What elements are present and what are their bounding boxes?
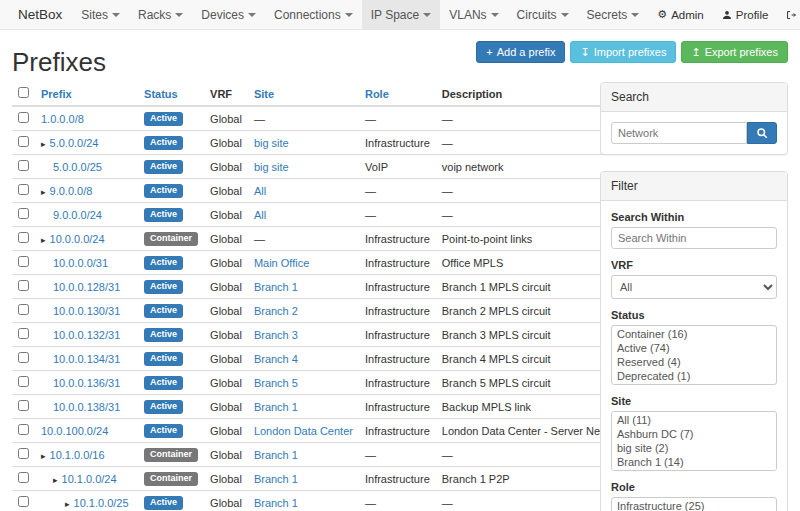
row-checkbox[interactable] (18, 496, 29, 507)
site-link[interactable]: big site (254, 161, 289, 173)
nav-item-vlans[interactable]: VLANs (440, 0, 507, 29)
row-checkbox[interactable] (18, 280, 29, 291)
vrf-cell: Global (204, 179, 248, 203)
page-actions: +Add a prefix↧Import prefixes↥Export pre… (476, 39, 788, 63)
row-select-cell (12, 155, 35, 179)
prefix-link[interactable]: 9.0.0.0/24 (53, 209, 102, 221)
site-link[interactable]: Branch 2 (254, 305, 298, 317)
add-a-prefix-button[interactable]: +Add a prefix (476, 41, 565, 63)
prefix-link[interactable]: 9.0.0.0/8 (50, 185, 93, 197)
prefix-link[interactable]: 10.1.0.0/16 (50, 449, 105, 461)
nav-item-circuits[interactable]: Circuits (508, 0, 578, 29)
row-checkbox[interactable] (18, 376, 29, 387)
site-link[interactable]: Branch 3 (254, 329, 298, 341)
column-header-site[interactable]: Site (248, 82, 359, 106)
import-prefixes-button[interactable]: ↧Import prefixes (570, 41, 676, 63)
row-checkbox[interactable] (18, 352, 29, 363)
site-link[interactable]: Branch 1 (254, 449, 298, 461)
filter-multiselect-site[interactable]: All (11)Ashburn DC (7)big site (2)Branch… (611, 411, 777, 471)
prefix-link[interactable]: 10.0.0.130/31 (53, 305, 120, 317)
site-link[interactable]: Branch 4 (254, 353, 298, 365)
row-checkbox[interactable] (18, 328, 29, 339)
column-header-role[interactable]: Role (359, 82, 436, 106)
row-checkbox[interactable] (18, 136, 29, 147)
prefix-link[interactable]: 5.0.0.0/24 (50, 137, 99, 149)
expand-arrow-icon[interactable]: ▸ (53, 475, 58, 485)
utility-admin[interactable]: ⚙Admin (648, 0, 712, 29)
prefix-row: 10.0.0.136/31ActiveGlobalBranch 5Infrast… (12, 371, 632, 395)
prefix-link[interactable]: 10.0.0.138/31 (53, 401, 120, 413)
nav-item-ip-space[interactable]: IP Space (362, 0, 440, 29)
row-checkbox[interactable] (18, 160, 29, 171)
row-checkbox[interactable] (18, 304, 29, 315)
nav-item-racks[interactable]: Racks (129, 0, 192, 29)
expand-arrow-icon[interactable]: ▸ (41, 451, 46, 461)
site-link[interactable]: Branch 1 (254, 497, 298, 509)
nav-item-label: VLANs (449, 8, 486, 22)
row-checkbox[interactable] (18, 184, 29, 195)
nav-item-label: Devices (201, 8, 244, 22)
row-checkbox[interactable] (18, 112, 29, 123)
filter-label-status: Status (611, 309, 777, 321)
status-cell: Active (138, 323, 204, 347)
prefix-link[interactable]: 10.0.0.128/31 (53, 281, 120, 293)
status-badge: Active (144, 208, 183, 222)
role-cell: — (359, 443, 436, 467)
prefix-link[interactable]: 10.0.0.0/31 (53, 257, 108, 269)
nav-item-secrets[interactable]: Secrets (578, 0, 649, 29)
column-header-status[interactable]: Status (138, 82, 204, 106)
row-checkbox[interactable] (18, 232, 29, 243)
vrf-cell: Global (204, 347, 248, 371)
prefix-link[interactable]: 10.0.0.132/31 (53, 329, 120, 341)
prefix-link[interactable]: 10.0.0.0/24 (50, 233, 105, 245)
brand[interactable]: NetBox (8, 0, 72, 29)
row-checkbox[interactable] (18, 424, 29, 435)
expand-arrow-icon[interactable]: ▸ (41, 187, 46, 197)
nav-item-connections[interactable]: Connections (265, 0, 362, 29)
row-checkbox[interactable] (18, 400, 29, 411)
site-link[interactable]: Branch 1 (254, 401, 298, 413)
filter-multiselect-status[interactable]: Container (16)Active (74)Reserved (4)Dep… (611, 325, 777, 385)
expand-arrow-icon[interactable]: ▸ (65, 499, 70, 509)
site-link[interactable]: Branch 1 (254, 473, 298, 485)
prefix-link[interactable]: 1.0.0.0/8 (41, 113, 84, 125)
utility-log-out[interactable]: Log out (777, 0, 800, 29)
prefix-link[interactable]: 10.1.0.0/24 (62, 473, 117, 485)
role-cell: Infrastructure (359, 275, 436, 299)
filter-select-vrf[interactable]: All (611, 275, 777, 299)
prefix-link[interactable]: 10.1.0.0/25 (74, 497, 129, 509)
site-link[interactable]: Branch 1 (254, 281, 298, 293)
prefix-link[interactable]: 10.0.0.134/31 (53, 353, 120, 365)
prefix-cell: 5.0.0.0/25 (35, 155, 138, 179)
site-link[interactable]: Branch 5 (254, 377, 298, 389)
row-checkbox[interactable] (18, 256, 29, 267)
filter-label-vrf: VRF (611, 259, 777, 271)
row-checkbox[interactable] (18, 448, 29, 459)
search-button[interactable] (747, 122, 777, 144)
expand-arrow-icon[interactable]: ▸ (41, 139, 46, 149)
prefix-cell: ▸10.1.0.0/16 (35, 443, 138, 467)
export-prefixes-button[interactable]: ↥Export prefixes (681, 41, 788, 63)
prefix-link[interactable]: 10.0.0.136/31 (53, 377, 120, 389)
nav-item-devices[interactable]: Devices (192, 0, 265, 29)
prefix-link[interactable]: 10.0.100.0/24 (41, 425, 108, 437)
row-checkbox[interactable] (18, 472, 29, 483)
column-header-prefix[interactable]: Prefix (35, 82, 138, 106)
site-link[interactable]: London Data Center (254, 425, 353, 437)
nav-item-sites[interactable]: Sites (72, 0, 129, 29)
prefix-link[interactable]: 5.0.0.0/25 (53, 161, 102, 173)
search-input[interactable] (611, 122, 747, 144)
filter-multiselect-role[interactable]: Infrastructure (25)Management (8)Private… (611, 497, 777, 511)
expand-arrow-icon[interactable]: ▸ (41, 235, 46, 245)
site-link[interactable]: All (254, 185, 266, 197)
site-link[interactable]: big site (254, 137, 289, 149)
vrf-cell: Global (204, 227, 248, 251)
row-checkbox[interactable] (18, 208, 29, 219)
site-link[interactable]: Main Office (254, 257, 309, 269)
filter-input-search-within[interactable] (611, 227, 777, 249)
select-all-checkbox[interactable] (18, 87, 29, 98)
site-link[interactable]: All (254, 209, 266, 221)
utility-profile[interactable]: Profile (713, 0, 778, 29)
status-cell: Active (138, 419, 204, 443)
site-cell: Branch 1 (248, 275, 359, 299)
